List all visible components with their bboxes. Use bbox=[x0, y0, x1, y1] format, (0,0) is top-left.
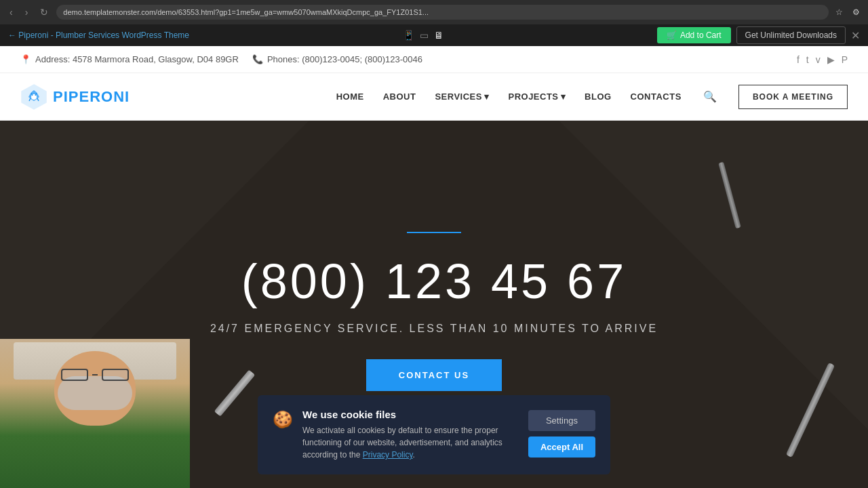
unlimited-downloads-button[interactable]: Get Unlimited Downloads bbox=[736, 26, 846, 44]
phone-text: Phones: (800)123-0045; (800)123-0046 bbox=[267, 54, 422, 64]
services-chevron-icon: ▾ bbox=[484, 92, 490, 102]
tm-buttons: 🛒 Add to Cart Get Unlimited Downloads ✕ bbox=[657, 26, 860, 44]
nav-projects[interactable]: PROJECTS ▾ bbox=[508, 92, 566, 102]
tablet-icon[interactable]: ▭ bbox=[420, 30, 429, 41]
nav-about[interactable]: ABOUT bbox=[383, 92, 416, 102]
pinterest-icon[interactable]: P bbox=[842, 54, 848, 65]
beard-area bbox=[58, 376, 132, 410]
cookie-actions: Settings Accept All bbox=[528, 410, 595, 458]
address-item: 📍 Address: 4578 Marmora Road, Glasgow, D… bbox=[20, 54, 239, 64]
nav-home[interactable]: HOME bbox=[336, 92, 364, 102]
browser-actions: ☆ ⚙ bbox=[833, 6, 863, 18]
mobile-icon[interactable]: 📱 bbox=[403, 30, 414, 41]
browser-refresh-button[interactable]: ↻ bbox=[36, 5, 52, 19]
privacy-policy-link[interactable]: Privacy Policy bbox=[363, 450, 413, 460]
hero-section: (800) 123 45 67 24/7 EMERGENCY SERVICE. … bbox=[0, 121, 868, 488]
social-icons: f t v ▶ P bbox=[797, 54, 848, 65]
hero-phone: (800) 123 45 67 bbox=[210, 253, 658, 309]
cookie-title: We use cookie files bbox=[302, 409, 519, 420]
tm-back-link[interactable]: ← Piperoni - Plumber Services WordPress … bbox=[8, 30, 189, 40]
search-icon[interactable]: 🔍 bbox=[701, 87, 719, 106]
tm-topbar: ← Piperoni - Plumber Services WordPress … bbox=[0, 24, 868, 46]
browser-url-bar[interactable]: demo.templatemonster.com/demo/63553.html… bbox=[56, 5, 829, 20]
cookie-accept-button[interactable]: Accept All bbox=[528, 436, 595, 458]
close-icon[interactable]: ✕ bbox=[851, 29, 860, 42]
desktop-icon[interactable]: 🖥 bbox=[434, 30, 443, 41]
info-bar-left: 📍 Address: 4578 Marmora Road, Glasgow, D… bbox=[20, 54, 422, 64]
contact-us-button[interactable]: CONTACT US bbox=[366, 359, 502, 391]
cart-icon: 🛒 bbox=[667, 30, 677, 40]
webcam-overlay bbox=[0, 339, 190, 488]
nav-services[interactable]: SERVICES ▾ bbox=[435, 92, 489, 102]
browser-forward-button[interactable]: › bbox=[21, 5, 33, 19]
add-to-cart-button[interactable]: 🛒 Add to Cart bbox=[657, 27, 731, 43]
hero-divider bbox=[407, 232, 461, 233]
cookie-description: We activate all cookies by default to en… bbox=[302, 424, 519, 461]
location-icon: 📍 bbox=[20, 54, 31, 64]
youtube-icon[interactable]: ▶ bbox=[827, 54, 835, 65]
right-glass bbox=[102, 369, 129, 381]
book-meeting-button[interactable]: BOOK A MEETING bbox=[738, 85, 848, 109]
cookie-notice: 🍪 We use cookie files We activate all co… bbox=[258, 395, 610, 474]
cookie-settings-button[interactable]: Settings bbox=[528, 410, 595, 431]
site-wrapper: 📍 Address: 4578 Marmora Road, Glasgow, D… bbox=[0, 46, 868, 488]
logo-text: PIPERONI bbox=[53, 88, 130, 106]
address-text: Address: 4578 Marmora Road, Glasgow, D04… bbox=[35, 54, 239, 64]
phone-item: 📞 Phones: (800)123-0045; (800)123-0046 bbox=[252, 54, 422, 64]
cookie-text-area: We use cookie files We activate all cook… bbox=[302, 409, 519, 461]
left-glass bbox=[61, 369, 88, 381]
facebook-icon[interactable]: f bbox=[797, 54, 800, 65]
nav-bar: PIPERONI HOME ABOUT SERVICES ▾ PROJECTS … bbox=[0, 73, 868, 121]
nav-contacts[interactable]: CONTACTS bbox=[631, 92, 682, 102]
twitter-icon[interactable]: t bbox=[806, 54, 809, 65]
webcam-face bbox=[0, 339, 190, 488]
cookie-period: . bbox=[413, 450, 415, 460]
extensions-icon[interactable]: ⚙ bbox=[850, 6, 863, 18]
browser-back-button[interactable]: ‹ bbox=[5, 5, 17, 19]
nav-blog[interactable]: BLOG bbox=[585, 92, 612, 102]
url-text: demo.templatemonster.com/demo/63553.html… bbox=[63, 8, 429, 16]
projects-chevron-icon: ▾ bbox=[561, 92, 566, 102]
nav-links: HOME ABOUT SERVICES ▾ PROJECTS ▾ BLOG CO… bbox=[336, 85, 848, 109]
vimeo-icon[interactable]: v bbox=[816, 54, 821, 65]
browser-chrome: ‹ › ↻ demo.templatemonster.com/demo/6355… bbox=[0, 0, 868, 24]
hero-tagline: 24/7 EMERGENCY SERVICE. LESS THAN 10 MIN… bbox=[210, 323, 658, 335]
bookmark-icon[interactable]: ☆ bbox=[833, 6, 846, 18]
logo[interactable]: PIPERONI bbox=[20, 83, 130, 110]
device-icons: 📱 ▭ 🖥 bbox=[403, 30, 443, 41]
glass-bridge bbox=[92, 374, 98, 375]
glasses bbox=[61, 369, 129, 381]
hero-content: (800) 123 45 67 24/7 EMERGENCY SERVICE. … bbox=[210, 232, 658, 391]
phone-icon: 📞 bbox=[252, 54, 263, 64]
cart-label: Add to Cart bbox=[680, 30, 722, 40]
cookie-icon: 🍪 bbox=[273, 410, 293, 429]
logo-icon bbox=[20, 83, 47, 110]
info-bar: 📍 Address: 4578 Marmora Road, Glasgow, D… bbox=[0, 46, 868, 73]
